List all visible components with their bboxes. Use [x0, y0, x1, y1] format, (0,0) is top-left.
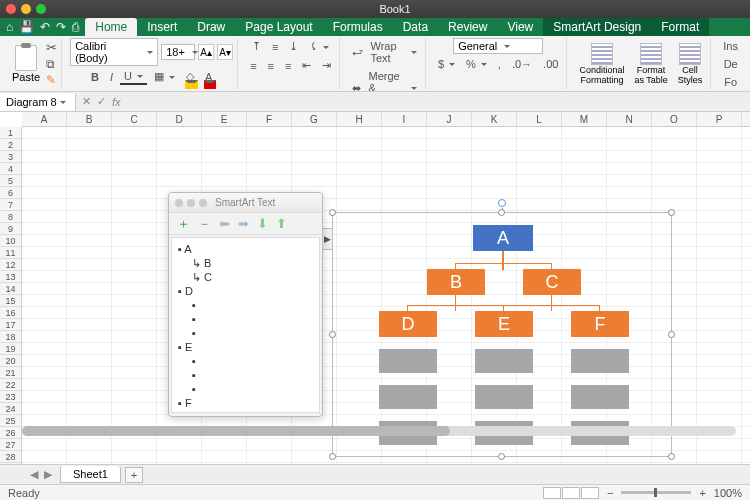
- cell[interactable]: [427, 163, 472, 174]
- cell[interactable]: [697, 307, 742, 318]
- zoom-out-icon[interactable]: −: [607, 487, 613, 499]
- cell[interactable]: [247, 127, 292, 138]
- smartart-node-b[interactable]: B: [427, 269, 485, 295]
- cell[interactable]: [157, 127, 202, 138]
- cell[interactable]: [22, 451, 67, 462]
- row-header[interactable]: 22: [0, 379, 21, 391]
- cell-styles-button[interactable]: Cell Styles: [674, 41, 707, 87]
- zoom-slider[interactable]: [621, 491, 691, 494]
- cell[interactable]: [517, 187, 562, 198]
- row-header[interactable]: 11: [0, 247, 21, 259]
- pane-close-icon[interactable]: [175, 199, 183, 207]
- row-header[interactable]: 6: [0, 187, 21, 199]
- cell[interactable]: [112, 391, 157, 402]
- cell[interactable]: [157, 439, 202, 450]
- cell[interactable]: [112, 127, 157, 138]
- row-header[interactable]: 23: [0, 391, 21, 403]
- cell[interactable]: [112, 355, 157, 366]
- cell[interactable]: [382, 199, 427, 210]
- normal-view-button[interactable]: [543, 487, 561, 499]
- cell[interactable]: [697, 187, 742, 198]
- cell[interactable]: [652, 187, 697, 198]
- cell[interactable]: [67, 127, 112, 138]
- cell[interactable]: [607, 163, 652, 174]
- cell[interactable]: [112, 283, 157, 294]
- align-left-button[interactable]: ≡: [246, 58, 260, 74]
- cell[interactable]: [292, 151, 337, 162]
- pane-min-icon[interactable]: [187, 199, 195, 207]
- paste-button[interactable]: Paste: [8, 43, 44, 85]
- cell[interactable]: [202, 127, 247, 138]
- col-header[interactable]: H: [337, 112, 382, 126]
- cell[interactable]: [22, 211, 67, 222]
- undo-icon[interactable]: ↶: [40, 20, 50, 34]
- cell[interactable]: [697, 343, 742, 354]
- smartart-node-blank[interactable]: [379, 385, 437, 409]
- row-header[interactable]: 7: [0, 199, 21, 211]
- fill-color-button[interactable]: ◇: [182, 68, 198, 85]
- cell[interactable]: [112, 211, 157, 222]
- cell[interactable]: [472, 175, 517, 186]
- cell[interactable]: [67, 403, 112, 414]
- cell[interactable]: [67, 271, 112, 282]
- cell[interactable]: [22, 331, 67, 342]
- underline-button[interactable]: U: [120, 68, 147, 85]
- insert-cells-button[interactable]: Ins: [719, 38, 742, 54]
- col-header[interactable]: C: [112, 112, 157, 126]
- tab-page-layout[interactable]: Page Layout: [235, 18, 322, 36]
- cell[interactable]: [607, 139, 652, 150]
- cell[interactable]: [427, 127, 472, 138]
- cell[interactable]: [67, 151, 112, 162]
- cell[interactable]: [652, 151, 697, 162]
- cell[interactable]: [607, 175, 652, 186]
- fx-icon[interactable]: fx: [112, 96, 121, 108]
- cell[interactable]: [67, 247, 112, 258]
- copy-icon[interactable]: ⧉: [46, 57, 57, 71]
- outline-item[interactable]: ↳ C: [178, 270, 313, 284]
- cell[interactable]: [22, 259, 67, 270]
- cell[interactable]: [22, 319, 67, 330]
- cell[interactable]: [67, 355, 112, 366]
- smartart-text-pane[interactable]: SmartArt Text ＋ － ⬅ ➡ ⬇ ⬆ ▪ A↳ B↳ C▪ D▪ …: [168, 192, 323, 417]
- cell[interactable]: [562, 163, 607, 174]
- cell[interactable]: [22, 379, 67, 390]
- indent-decrease-button[interactable]: ⇤: [298, 57, 315, 74]
- cell[interactable]: [652, 175, 697, 186]
- remove-bullet-icon[interactable]: －: [198, 215, 211, 233]
- cell[interactable]: [697, 319, 742, 330]
- cell[interactable]: [292, 139, 337, 150]
- cell[interactable]: [22, 343, 67, 354]
- bold-button[interactable]: B: [87, 69, 103, 85]
- tab-smartart-design[interactable]: SmartArt Design: [543, 18, 651, 36]
- cell[interactable]: [22, 283, 67, 294]
- cell[interactable]: [337, 127, 382, 138]
- resize-handle-se[interactable]: [668, 453, 675, 460]
- outline-item[interactable]: ▪ A: [178, 242, 313, 256]
- cell[interactable]: [112, 343, 157, 354]
- cell[interactable]: [202, 163, 247, 174]
- cell[interactable]: [22, 247, 67, 258]
- cell[interactable]: [112, 139, 157, 150]
- zoom-window-icon[interactable]: [36, 4, 46, 14]
- resize-handle-nw[interactable]: [329, 209, 336, 216]
- col-header[interactable]: B: [67, 112, 112, 126]
- cell[interactable]: [22, 403, 67, 414]
- add-bullet-icon[interactable]: ＋: [177, 215, 190, 233]
- cell[interactable]: [562, 127, 607, 138]
- cell[interactable]: [697, 451, 742, 462]
- outline-item[interactable]: ▪: [178, 382, 313, 396]
- cell[interactable]: [67, 163, 112, 174]
- cell[interactable]: [157, 163, 202, 174]
- col-header[interactable]: N: [607, 112, 652, 126]
- cell[interactable]: [22, 295, 67, 306]
- smartart-node-blank[interactable]: [571, 385, 629, 409]
- row-header[interactable]: 18: [0, 331, 21, 343]
- cell[interactable]: [337, 163, 382, 174]
- cell[interactable]: [67, 211, 112, 222]
- cell[interactable]: [562, 175, 607, 186]
- cell[interactable]: [112, 271, 157, 282]
- row-header[interactable]: 17: [0, 319, 21, 331]
- increase-decimal-button[interactable]: .0→: [508, 56, 536, 72]
- cell[interactable]: [67, 139, 112, 150]
- cell[interactable]: [67, 331, 112, 342]
